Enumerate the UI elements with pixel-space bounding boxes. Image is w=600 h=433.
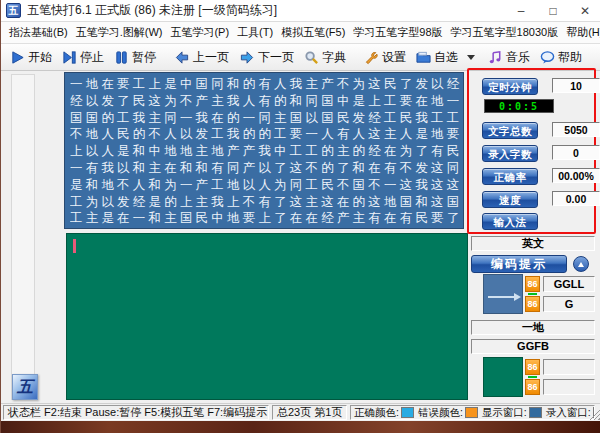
menu-item-finger-basics[interactable]: 指法基础(B) [5, 25, 72, 40]
legend-input-window: 录入窗口: [546, 406, 595, 419]
statusbar-pages: 总23页 第1页 [272, 405, 347, 420]
scheme-86-badge[interactable]: 86 [525, 296, 540, 312]
statusbar-shortcuts: 状态栏 F2:结束 Pause:暂停 F5:模拟五笔 F7:编码提示 [3, 405, 269, 420]
custom-dropdown-caret[interactable] [467, 55, 475, 60]
arrow-left-icon [174, 50, 190, 65]
music-button[interactable]: 音乐 [483, 47, 535, 68]
legend-correct-color: 正确颜色: [354, 406, 414, 419]
left-side-panel [11, 74, 35, 400]
practice-line: 上以人是和中地地主地产产我中工工的主的经在为了有民 [70, 143, 461, 160]
error-color-swatch [465, 407, 478, 418]
badge-separator [528, 293, 537, 295]
typed-chars-button[interactable]: 录入字数 [482, 145, 538, 162]
folder-icon [416, 50, 431, 65]
total-chars-button[interactable]: 文字总数 [482, 122, 538, 139]
app-icon: 五 [6, 3, 21, 18]
menubar: 指法基础(B) 五笔学习.图解(W) 五笔学习(P) 工具(T) 模拟五笔(F5… [1, 22, 600, 44]
play-icon [10, 50, 25, 65]
typed-code-field2 [543, 379, 595, 395]
wubi-logo: 五 [12, 374, 38, 400]
arrow-right-icon [239, 50, 255, 65]
scheme-86-badge[interactable]: 86 [525, 359, 540, 375]
practice-line: 不地人民的不人以发工我的的工要一人有人这主人是地要 [70, 126, 461, 143]
menu-item-tools[interactable]: 工具(T) [233, 25, 277, 40]
timer-minutes-button[interactable]: 定时分钟 [482, 78, 538, 95]
maximize-button[interactable]: □ [537, 0, 569, 22]
practice-text-area: 一地在要工上是中国同和的有人我主产不为这民了发以经 经以发了民这为不产主我人有的… [64, 72, 464, 229]
practice-line: 工主是在一和主国民中地要上了在在经产主有在有民要了 [70, 210, 461, 227]
chars-code-field: GGFB [471, 339, 595, 354]
prev-page-button[interactable]: 上一页 [169, 47, 234, 68]
legend-display-window: 显示窗口: [482, 406, 542, 419]
encoding-hint-button[interactable]: 编码提示 [471, 255, 567, 273]
practice-line: 国国的工我主同一我在的一同主国以国民发经工民我工工 [70, 110, 461, 127]
speed-value: 0.00 [552, 191, 600, 206]
typing-input-area[interactable] [66, 233, 468, 400]
menu-item-help[interactable]: 帮助(H) [562, 25, 600, 40]
desktop-background [1, 421, 600, 433]
accuracy-value: 00.00% [552, 168, 600, 183]
practice-line: 经以发了民这为不产主我人有的和同国中是上工要在地一 [70, 93, 461, 110]
pause-button[interactable]: 暂停 [109, 47, 161, 68]
typed-code-field [543, 359, 595, 375]
scheme-86-badge[interactable]: 86 [525, 379, 540, 395]
total-chars-value: 5050 [552, 122, 600, 137]
start-button[interactable]: 开始 [5, 47, 57, 68]
typed-chars-value: 0 [552, 145, 600, 160]
speech-bubble-icon [540, 50, 555, 65]
menu-item-wubi-learn-diagram[interactable]: 五笔学习.图解(W) [72, 25, 167, 40]
text-cursor [73, 239, 76, 253]
app-window: 五 五笔快打6.1 正式版 (86) 未注册 [一级简码练习] – □ ✕ 指法… [0, 0, 600, 433]
window-title: 五笔快打6.1 正式版 (86) 未注册 [一级简码练习] [27, 2, 277, 19]
wrench-icon [364, 50, 379, 65]
practice-line: 一地在要工上是中国同和的有人我主产不为这民了发以经 [70, 76, 461, 93]
badge-separator [528, 376, 537, 378]
stop-icon [62, 50, 77, 65]
timer-clock: 0:0:5 [484, 99, 554, 113]
speed-button[interactable]: 速度 [482, 191, 538, 208]
code-short-field: G [543, 296, 595, 312]
stats-panel: 定时分钟 10 0:0:5 文字总数 5050 录入字数 0 正确率 00.00… [467, 68, 596, 234]
pause-icon [114, 50, 129, 65]
display-window-swatch [529, 407, 542, 418]
stroke-animation-box [483, 274, 523, 314]
legend-error-color: 错误颜色: [418, 406, 478, 419]
correct-color-swatch [401, 407, 414, 418]
menu-item-wubi-18030[interactable]: 学习五笔字型18030版 [447, 25, 563, 40]
magnifier-icon [304, 50, 319, 65]
typed-preview-box [483, 357, 523, 397]
toolbar: 开始 停止 暂停 上一页 下一页 字典 设置 自选 [1, 44, 600, 71]
menu-item-simulate-wubi[interactable]: 模拟五笔(F5) [277, 25, 349, 40]
practice-line: 工为以发经是的上主我上不有了这主这在的这地国和这国 [70, 194, 461, 211]
current-chars-field: 一地 [471, 320, 595, 335]
accuracy-button[interactable]: 正确率 [482, 168, 538, 185]
practice-line: 是和地不人和为一产工地以人为同工民不国不一这我这这 [70, 177, 461, 194]
stroke-arrow-icon [484, 275, 524, 315]
music-notes-icon [488, 50, 503, 65]
statusbar-color-legend: 正确颜色: 错误颜色: 显示窗口: 录入窗口: [350, 405, 595, 420]
scheme-86-badge[interactable]: 86 [525, 276, 540, 292]
custom-select-button[interactable]: 自选 [411, 47, 463, 68]
close-button[interactable]: ✕ [569, 0, 600, 22]
titlebar: 五 五笔快打6.1 正式版 (86) 未注册 [一级简码练习] – □ ✕ [1, 0, 600, 22]
input-method-button[interactable]: 输入法 [482, 213, 538, 230]
collapse-up-icon[interactable] [573, 256, 589, 272]
minimize-button[interactable]: – [505, 0, 537, 22]
window-controls: – □ ✕ [505, 0, 600, 22]
settings-button[interactable]: 设置 [359, 47, 411, 68]
practice-line: 一有我以和主在和和有同产以了这不的了和在有不发这同 [70, 160, 461, 177]
help-button[interactable]: 帮助 [535, 47, 587, 68]
code-full-field: GGLL [543, 276, 595, 292]
menu-item-wubi-learn[interactable]: 五笔学习(P) [166, 25, 233, 40]
stop-button[interactable]: 停止 [57, 47, 109, 68]
menu-item-wubi-98[interactable]: 学习五笔字型98版 [349, 25, 446, 40]
dictionary-button[interactable]: 字典 [299, 47, 351, 68]
ime-mode-field: 英文 [471, 236, 595, 251]
next-page-button[interactable]: 下一页 [234, 47, 299, 68]
encoding-panel: 英文 编码提示 86 86 GGLL G 一地 GGFB 86 86 [467, 236, 597, 402]
statusbar: 状态栏 F2:结束 Pause:暂停 F5:模拟五笔 F7:编码提示 总23页 … [1, 403, 600, 421]
timer-minutes-value[interactable]: 10 [552, 78, 600, 93]
